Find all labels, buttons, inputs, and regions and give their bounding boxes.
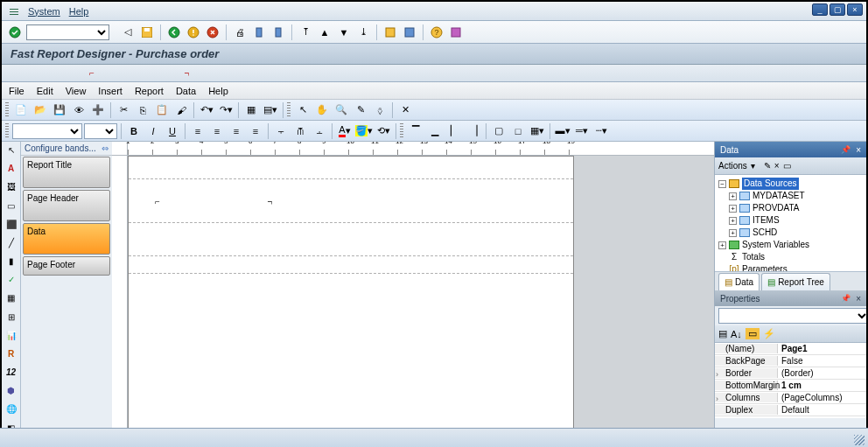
band-tool-icon[interactable]: ▭ bbox=[4, 199, 18, 213]
font-color-icon[interactable]: A▾ bbox=[336, 122, 354, 140]
new-icon[interactable]: 📄 bbox=[12, 101, 30, 119]
band-data[interactable]: Data bbox=[23, 223, 110, 255]
page-band-header[interactable]: ⌐ ¬ bbox=[129, 179, 573, 223]
border-all-icon[interactable]: ▢ bbox=[490, 122, 508, 140]
picture-tool-icon[interactable]: 🖼 bbox=[4, 180, 18, 193]
shortcut-icon[interactable] bbox=[402, 24, 417, 40]
border-bot-icon[interactable]: ▁ bbox=[426, 122, 444, 140]
categorize-icon[interactable]: ▤ bbox=[718, 328, 727, 339]
table-tool-icon[interactable]: ▦ bbox=[4, 291, 18, 304]
events-icon[interactable]: ⚡ bbox=[763, 328, 775, 339]
check-icon[interactable] bbox=[7, 24, 23, 40]
align-justify-icon[interactable]: ≡ bbox=[247, 122, 264, 140]
props-object-combo[interactable] bbox=[718, 308, 868, 324]
tree-node-dataset[interactable]: +ITEMS bbox=[718, 214, 863, 227]
pointer-icon[interactable]: ↖ bbox=[294, 101, 312, 119]
page-band-data[interactable] bbox=[129, 223, 573, 256]
fill-color-icon[interactable]: 🪣▾ bbox=[355, 122, 373, 140]
props-row[interactable]: BottomMargin1 cm bbox=[715, 380, 866, 392]
props-row[interactable]: ›Columns(PageColumns) bbox=[715, 392, 866, 404]
valign-mid-icon[interactable]: ⫚ bbox=[291, 122, 309, 140]
props-row[interactable]: DuplexDefault bbox=[715, 404, 866, 416]
print-icon[interactable]: 🖨 bbox=[232, 24, 248, 40]
sort-icon[interactable]: A↓ bbox=[731, 329, 742, 339]
align-center-icon[interactable]: ≡ bbox=[208, 122, 226, 140]
report-page[interactable]: ⌐ ¬ bbox=[128, 156, 574, 447]
chart-tool-icon[interactable]: 📊 bbox=[4, 329, 18, 342]
last-page-icon[interactable]: ⤓ bbox=[355, 24, 371, 40]
prev-page-icon[interactable]: ▲ bbox=[317, 24, 332, 40]
pages-icon[interactable]: ▭ bbox=[746, 328, 760, 339]
tab-report-tree[interactable]: ▤Report Tree bbox=[761, 273, 830, 290]
valign-top-icon[interactable]: ⫟ bbox=[272, 122, 290, 140]
new-session-icon[interactable] bbox=[382, 24, 398, 40]
rd-menu-view[interactable]: View bbox=[66, 86, 87, 96]
band-page-header[interactable]: Page Header bbox=[23, 190, 110, 221]
group-icon[interactable]: ▦ bbox=[242, 101, 260, 119]
font-family-combo[interactable] bbox=[12, 123, 82, 139]
tree-node-dataset[interactable]: +PROVDATA bbox=[718, 202, 863, 214]
italic-icon[interactable]: I bbox=[144, 122, 162, 140]
page-band-title[interactable] bbox=[129, 157, 573, 179]
format-paint-icon[interactable]: 🖌 bbox=[172, 101, 190, 119]
border-top-icon[interactable]: ▔ bbox=[407, 122, 424, 140]
select-tool-icon[interactable]: ↖ bbox=[4, 143, 18, 157]
band-report-title[interactable]: Report Title bbox=[23, 157, 110, 188]
map-tool-icon[interactable]: 🌐 bbox=[4, 402, 18, 416]
props-grid[interactable]: (Name)Page1BackPageFalse›Border(Border)B… bbox=[715, 343, 866, 418]
data-tree[interactable]: −Data Sources +MYDATASET +PROVDATA +ITEM… bbox=[715, 175, 866, 271]
win-maximize-icon[interactable]: ▢ bbox=[830, 3, 845, 16]
props-row[interactable]: ›Border(Border) bbox=[715, 367, 866, 380]
tree-node-data-sources[interactable]: −Data Sources bbox=[718, 178, 863, 190]
props-row[interactable]: BackPageFalse bbox=[715, 355, 866, 367]
ungroup-icon[interactable]: ▤▾ bbox=[262, 101, 279, 119]
check-tool-icon[interactable]: ✓ bbox=[4, 273, 18, 286]
rd-menu-help[interactable]: Help bbox=[208, 86, 228, 96]
help-icon[interactable]: ? bbox=[429, 24, 444, 40]
back-icon[interactable]: ◁ bbox=[120, 24, 136, 40]
tree-node-params[interactable]: [p]Parameters bbox=[718, 263, 863, 271]
barcode-tool-icon[interactable]: ▮ bbox=[4, 255, 18, 268]
border-style-icon[interactable]: ▦▾ bbox=[528, 122, 546, 140]
menu-help[interactable]: Help bbox=[69, 6, 89, 17]
view-ds-icon[interactable]: ▭ bbox=[783, 161, 791, 171]
undo-icon[interactable]: ↶▾ bbox=[198, 101, 215, 119]
shape-tool-icon[interactable]: ⬛ bbox=[4, 218, 18, 231]
preview-icon[interactable]: 👁 bbox=[70, 101, 88, 119]
find-next-icon[interactable] bbox=[270, 24, 286, 40]
expand-bands-icon[interactable]: ⇔ bbox=[102, 143, 108, 153]
cut-icon[interactable]: ✂ bbox=[115, 101, 132, 119]
find-icon[interactable] bbox=[251, 24, 267, 40]
font-size-combo[interactable] bbox=[84, 123, 117, 139]
actions-dropdown-icon[interactable]: ▾ bbox=[751, 161, 755, 171]
save-icon[interactable] bbox=[139, 24, 155, 40]
redo-icon[interactable]: ↷▾ bbox=[217, 101, 234, 119]
copy-icon[interactable]: ⎘ bbox=[134, 101, 151, 119]
align-left-icon[interactable]: ≡ bbox=[189, 122, 206, 140]
align-right-icon[interactable]: ≡ bbox=[228, 122, 245, 140]
close-panel-icon[interactable]: × bbox=[856, 294, 861, 304]
rd-menu-data[interactable]: Data bbox=[176, 86, 196, 96]
props-row[interactable]: (Name)Page1 bbox=[715, 343, 866, 355]
text-edit-icon[interactable]: ✎ bbox=[352, 101, 369, 119]
border-none-icon[interactable]: □ bbox=[509, 122, 527, 140]
underline-icon[interactable]: U bbox=[164, 122, 181, 140]
line-tool-icon[interactable]: ╱ bbox=[4, 236, 18, 249]
line-style-icon[interactable]: ┄▾ bbox=[592, 122, 610, 140]
cellular-tool-icon[interactable]: 12 bbox=[4, 366, 18, 379]
tree-node-dataset[interactable]: +SCHD bbox=[718, 227, 863, 239]
format-copy-icon[interactable]: ⎀ bbox=[371, 101, 388, 119]
zoom-icon[interactable]: 🔍 bbox=[332, 101, 350, 119]
delete-icon[interactable]: ✕ bbox=[396, 101, 414, 119]
tree-node-dataset[interactable]: +MYDATASET bbox=[718, 190, 863, 202]
tab-data[interactable]: ▤Data bbox=[718, 273, 760, 290]
first-page-icon[interactable]: ⤒ bbox=[298, 24, 313, 40]
menu-system[interactable]: System bbox=[28, 6, 60, 17]
border-right-icon[interactable]: ▕ bbox=[465, 122, 482, 140]
paste-icon[interactable]: 📋 bbox=[153, 101, 171, 119]
line-width-icon[interactable]: ═▾ bbox=[573, 122, 591, 140]
tcode-combo[interactable] bbox=[26, 24, 109, 40]
matrix-tool-icon[interactable]: ⊞ bbox=[4, 311, 18, 324]
next-page-icon[interactable]: ▼ bbox=[336, 24, 352, 40]
new-page-icon[interactable]: ➕ bbox=[89, 101, 107, 119]
